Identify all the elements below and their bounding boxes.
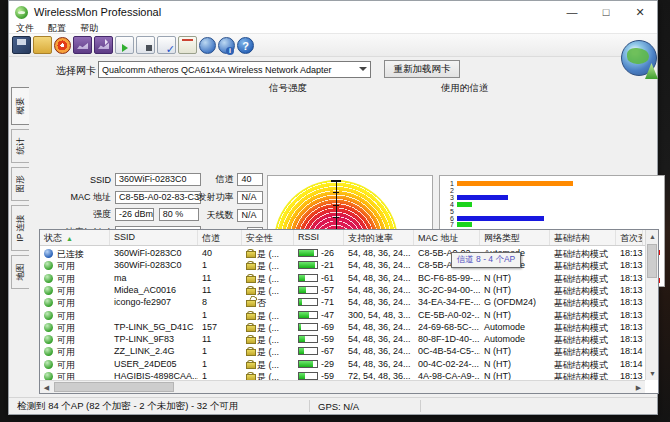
column-header-6[interactable]: MAC 地址 xyxy=(414,230,480,245)
table-row[interactable]: 可用Midea_AC001611是 (...-5754, 48, 36, 24.… xyxy=(40,284,645,296)
tab-label: 图形 xyxy=(15,176,27,193)
menu-item-1[interactable]: 配置 xyxy=(41,23,73,34)
table-row[interactable]: 可用1是 (...-47300, 54, 48, 3...CE-5B-A0-02… xyxy=(40,309,645,321)
infrastructure-cell: 基础结构模式 xyxy=(550,259,616,271)
channel-row: 4 xyxy=(440,202,664,208)
signal-panel-title: 信号强度 xyxy=(269,82,307,95)
network-type-cell: N (HT) xyxy=(480,309,550,321)
tab-2[interactable]: 图形 xyxy=(11,167,29,201)
vertical-scrollbar[interactable]: ▲ ▼ xyxy=(645,230,658,380)
scroll-up-icon[interactable]: ▲ xyxy=(646,230,659,243)
radar-tick xyxy=(333,217,339,218)
maximize-button[interactable]: □ xyxy=(589,1,623,23)
save-icon[interactable] xyxy=(12,36,31,54)
table-row[interactable]: 可用ma11是 (...-6154, 48, 36, 24...BC-F6-85… xyxy=(40,272,645,284)
scroll-down-icon[interactable]: ▼ xyxy=(646,367,659,380)
scroll-left-icon[interactable]: ◀ xyxy=(40,381,53,394)
table-row[interactable]: 已连接360WiFi-0283C040是 (...-2654, 48, 36, … xyxy=(40,247,645,259)
rssi-bar-icon xyxy=(298,311,318,319)
table-row[interactable]: 可用TP-LINK_9F8311是 (...-5954, 48, 36, 24.… xyxy=(40,333,645,345)
rssi-bar-icon xyxy=(298,286,318,294)
check-icon[interactable] xyxy=(157,36,176,54)
channel-cell: 11 xyxy=(198,284,242,296)
column-header-9[interactable]: 首次查 xyxy=(616,230,643,245)
adapter-select[interactable]: Qualcomm Atheros QCA61x4A Wireless Netwo… xyxy=(98,61,371,78)
log-icon[interactable] xyxy=(178,36,197,54)
graph2-icon[interactable] xyxy=(94,36,113,54)
column-header-3[interactable]: 安全性 xyxy=(242,230,294,245)
reload-adapter-button[interactable]: 重新加载网卡 xyxy=(384,60,460,78)
column-header-4[interactable]: RSSI xyxy=(294,230,344,245)
lock-icon xyxy=(246,360,254,369)
first-seen-cell: 18:14: xyxy=(616,345,643,357)
tab-0[interactable]: 概要 xyxy=(11,87,29,125)
column-header-1[interactable]: SSID xyxy=(110,230,198,245)
field-row: 发射功率N/A xyxy=(197,191,263,204)
main-content: 概要统计图形IP 连接地图 SSID360WiFi-0283C0MAC 地址C8… xyxy=(9,83,657,397)
ssid-cell: TP-LINK_9F83 xyxy=(110,333,198,345)
menu-item-2[interactable]: 帮助 xyxy=(73,23,105,34)
graph1-icon[interactable] xyxy=(73,36,92,54)
tab-1[interactable]: 统计 xyxy=(11,129,29,163)
channel-row: 3 xyxy=(440,195,664,201)
column-header-0[interactable]: 状态▲ xyxy=(40,230,110,245)
table-row[interactable]: 可用360WiFi-0283C01是 (...-2154, 48, 36, 24… xyxy=(40,259,645,271)
menu-item-0[interactable]: 文件 xyxy=(9,23,41,34)
first-seen-cell: 18:13: xyxy=(616,272,643,284)
rates-cell: 54, 48, 36, 24... xyxy=(344,358,414,370)
infrastructure-cell: 基础结构模式 xyxy=(550,345,616,357)
minimize-button[interactable]: — xyxy=(555,1,589,23)
network-type-cell: N (HT) xyxy=(480,284,550,296)
status-divider xyxy=(420,400,421,412)
status-cell: 可用 xyxy=(40,309,110,321)
channel-label: 2 xyxy=(440,188,454,194)
vertical-scroll-thumb[interactable] xyxy=(647,244,657,278)
mac-cell: 24-69-68-5C-... xyxy=(414,321,480,333)
channel-row: 1 xyxy=(440,181,664,187)
ssid-cell: 360WiFi-0283C0 xyxy=(110,259,198,271)
horizontal-scrollbar[interactable]: ◀ ▶ xyxy=(40,380,645,393)
table-row[interactable]: 可用icongo-fe29078否-7154, 48, 36, 24...34-… xyxy=(40,296,645,308)
available-status-icon xyxy=(44,261,53,270)
table-row[interactable]: 可用TP-LINK_5G_D41C157是 (...-6954, 48, 36,… xyxy=(40,321,645,333)
available-status-icon xyxy=(44,335,53,344)
security-cell: 是 (... xyxy=(242,284,294,296)
tab-label: 统计 xyxy=(15,138,27,155)
record-icon[interactable] xyxy=(54,37,71,54)
ssid-cell: ma xyxy=(110,272,198,284)
rates-cell: 54, 48, 36, 24... xyxy=(344,321,414,333)
table-row[interactable]: 可用ZZ_LINK_2.4G1是 (...-6754, 48, 36, 24..… xyxy=(40,345,645,357)
channel-panel-title: 使用的信道 xyxy=(441,82,489,95)
table-row[interactable]: 可用USER_24DE051是 (...-2954, 48, 36, 24...… xyxy=(40,358,645,370)
infrastructure-cell: 基础结构模式 xyxy=(550,358,616,370)
lock-icon xyxy=(246,249,254,258)
ssid-cell: USER_24DE05 xyxy=(110,358,198,370)
close-button[interactable]: ✕ xyxy=(623,1,657,23)
rssi-cell: -29 xyxy=(294,358,344,370)
open-icon[interactable] xyxy=(33,36,52,54)
adapter-selected-value: Qualcomm Atheros QCA61x4A Wireless Netwo… xyxy=(102,65,358,75)
column-header-8[interactable]: 基础结构 xyxy=(550,230,616,245)
tab-label: 地图 xyxy=(15,264,27,281)
run-icon[interactable] xyxy=(115,36,134,54)
globe1-icon[interactable] xyxy=(199,37,216,54)
column-header-5[interactable]: 支持的速率 xyxy=(344,230,414,245)
tab-3[interactable]: IP 连接 xyxy=(11,205,29,251)
network-type-cell: N (HT) xyxy=(480,345,550,357)
first-seen-cell: 18:13: xyxy=(616,333,643,345)
tab-4[interactable]: 地图 xyxy=(11,255,29,289)
column-header-2[interactable]: 信道 xyxy=(198,230,242,245)
scroll-right-icon[interactable]: ▶ xyxy=(632,381,645,394)
channel-row: 7 xyxy=(440,222,664,228)
wirelessmon-window: WirelessMon Professional —□✕ 文件配置帮助 选择网卡… xyxy=(8,0,658,415)
column-header-7[interactable]: 网络类型 xyxy=(480,230,550,245)
globe2-icon[interactable] xyxy=(218,37,235,54)
first-seen-cell: 18:13: xyxy=(616,284,643,296)
stop-icon[interactable] xyxy=(136,36,155,54)
wireless-globe-icon xyxy=(621,40,657,76)
status-cell: 可用 xyxy=(40,272,110,284)
infrastructure-cell: 基础结构模式 xyxy=(550,333,616,345)
help-icon[interactable] xyxy=(237,37,254,54)
lock-icon xyxy=(246,286,254,295)
horizontal-scroll-thumb[interactable] xyxy=(54,382,174,392)
